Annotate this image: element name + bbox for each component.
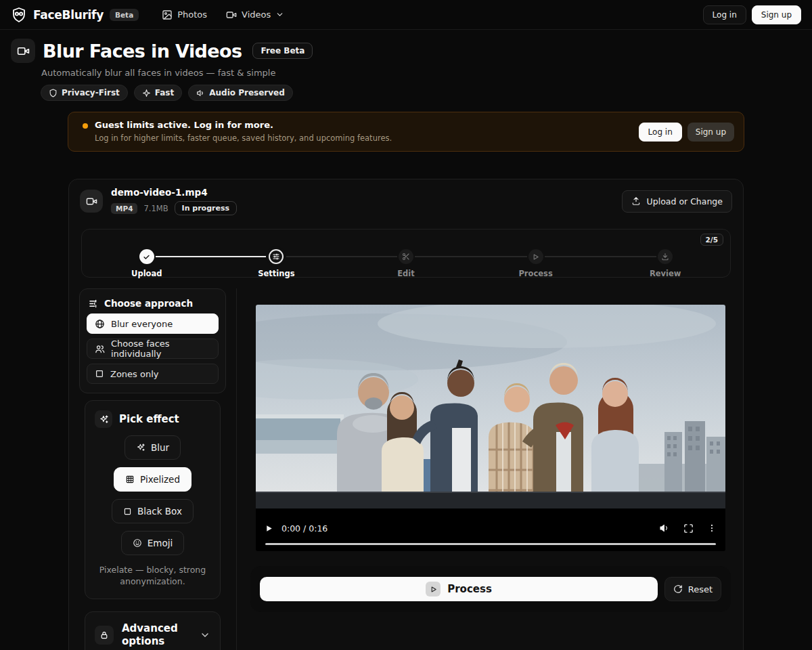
fast-badge: Fast — [134, 85, 182, 101]
effect-button-blur[interactable]: Blur — [125, 435, 181, 460]
feature-badges: Privacy-First Fast Audio Preserved — [41, 85, 801, 101]
video-player[interactable]: 0:00 / 0:16 — [256, 305, 725, 551]
square-icon — [95, 369, 104, 378]
pick-effect-panel: Pick effect Blur Pixelized — [85, 400, 221, 599]
step-progress-badge: 2/5 — [700, 234, 723, 246]
lock-icon — [95, 626, 114, 645]
approach-option-blur-everyone[interactable]: Blur everyone — [87, 313, 219, 334]
reset-button-label: Reset — [688, 584, 713, 594]
advanced-options-title: Advanced options — [122, 622, 184, 648]
effects-title: Pick effect — [119, 413, 179, 425]
volume-icon[interactable] — [659, 523, 670, 534]
step-review[interactable]: Review — [600, 249, 730, 278]
effect-label: Emoji — [148, 538, 173, 548]
shield-icon — [49, 89, 58, 98]
advanced-options-toggle[interactable]: Advanced options — [85, 611, 221, 650]
play-icon — [426, 582, 441, 597]
video-camera-icon — [80, 190, 103, 213]
progress-stepper: 2/5 Upload Settings Edit — [81, 229, 731, 278]
nav-item-videos[interactable]: Videos — [226, 9, 284, 20]
scissors-icon — [399, 249, 413, 264]
speaker-icon — [196, 89, 205, 98]
more-options-icon[interactable] — [707, 523, 717, 533]
banner-subtitle: Log in for higher limits, faster queue, … — [95, 133, 639, 143]
login-button[interactable]: Log in — [703, 5, 746, 24]
chevron-down-icon — [200, 630, 210, 641]
step-settings[interactable]: Settings — [212, 249, 342, 278]
top-nav: Photos Videos — [162, 9, 284, 20]
reset-button[interactable]: Reset — [664, 577, 721, 601]
privacy-first-badge: Privacy-First — [41, 85, 128, 101]
check-icon — [139, 249, 154, 264]
upload-button-label: Upload or Change — [647, 196, 723, 207]
nav-item-label: Videos — [242, 9, 271, 20]
step-upload[interactable]: Upload — [82, 249, 212, 278]
badge-label: Audio Preserved — [209, 88, 285, 98]
step-label: Settings — [258, 269, 294, 278]
video-controls: 0:00 / 0:16 — [256, 516, 725, 540]
free-beta-badge: Free Beta — [252, 43, 313, 59]
file-name: demo-video-1.mp4 — [111, 187, 237, 198]
nav-item-photos[interactable]: Photos — [162, 9, 207, 20]
effect-label: Blur — [151, 442, 169, 453]
auth-buttons: Log in Sign up — [703, 5, 801, 24]
grid-icon — [125, 475, 135, 484]
brand-name: FaceBlurify — [33, 8, 104, 22]
step-process[interactable]: Process — [471, 249, 601, 278]
image-icon — [162, 9, 173, 20]
banner-login-button[interactable]: Log in — [639, 123, 682, 142]
effect-button-black-box[interactable]: Black Box — [112, 499, 194, 523]
process-button[interactable]: Process — [260, 577, 658, 601]
play-icon — [528, 249, 543, 264]
upload-or-change-button[interactable]: Upload or Change — [622, 190, 732, 213]
status-dot — [83, 123, 88, 129]
video-frame-group-photo — [256, 305, 725, 508]
effect-button-pixelized[interactable]: Pixelized — [114, 467, 191, 492]
guest-limits-banner: Guest limits active. Log in for more. Lo… — [68, 112, 744, 152]
status-badge: In progress — [175, 201, 237, 215]
effect-label: Black Box — [137, 506, 182, 517]
video-camera-icon — [11, 39, 35, 63]
chevron-down-icon — [275, 10, 284, 19]
process-action-row: Process Reset — [250, 566, 731, 612]
sliders-icon — [89, 299, 99, 309]
option-label: Zones only — [110, 369, 159, 379]
play-button[interactable] — [265, 524, 273, 533]
signup-button[interactable]: Sign up — [752, 5, 801, 24]
workflow-card: demo-video-1.mp4 MP4 7.1MB In progress U… — [68, 179, 744, 650]
beta-badge: Beta — [110, 9, 139, 21]
approach-option-choose-faces[interactable]: Choose faces individually — [87, 339, 219, 359]
fullscreen-icon[interactable] — [683, 523, 694, 534]
badge-label: Fast — [155, 88, 174, 98]
step-label: Edit — [397, 269, 415, 278]
video-progress-bar[interactable] — [265, 543, 716, 545]
page-subtitle: Automatically blur all faces in videos —… — [41, 68, 801, 78]
users-icon — [95, 344, 105, 354]
upload-icon — [631, 196, 641, 206]
preview-workspace: 0:00 / 0:16 — [237, 288, 743, 650]
step-label: Process — [518, 269, 552, 278]
effect-button-emoji[interactable]: Emoji — [121, 531, 184, 555]
nav-item-label: Photos — [177, 9, 207, 20]
step-label: Upload — [131, 269, 162, 278]
effect-label: Pixelized — [140, 474, 180, 485]
sliders-icon — [269, 249, 284, 264]
banner-title: Guest limits active. Log in for more. — [95, 120, 639, 130]
file-format-badge: MP4 — [111, 203, 137, 214]
approach-title: Choose approach — [104, 298, 193, 309]
banner-signup-button[interactable]: Sign up — [687, 123, 734, 142]
process-button-label: Process — [447, 583, 492, 595]
file-header-row: demo-video-1.mp4 MP4 7.1MB In progress U… — [69, 179, 743, 223]
file-size: 7.1MB — [143, 204, 168, 213]
brand[interactable]: FaceBlurify Beta — [11, 7, 139, 23]
sparkles-icon — [136, 443, 145, 452]
approach-option-zones-only[interactable]: Zones only — [87, 364, 219, 384]
step-edit[interactable]: Edit — [341, 249, 471, 278]
download-icon — [658, 249, 673, 264]
badge-label: Privacy-First — [62, 88, 120, 98]
shield-goggles-logo-icon — [11, 7, 27, 23]
smiley-icon — [133, 538, 142, 548]
refresh-icon — [673, 584, 683, 594]
globe-icon — [95, 319, 105, 329]
choose-approach-panel: Choose approach Blur everyone Choose fac… — [79, 288, 226, 393]
